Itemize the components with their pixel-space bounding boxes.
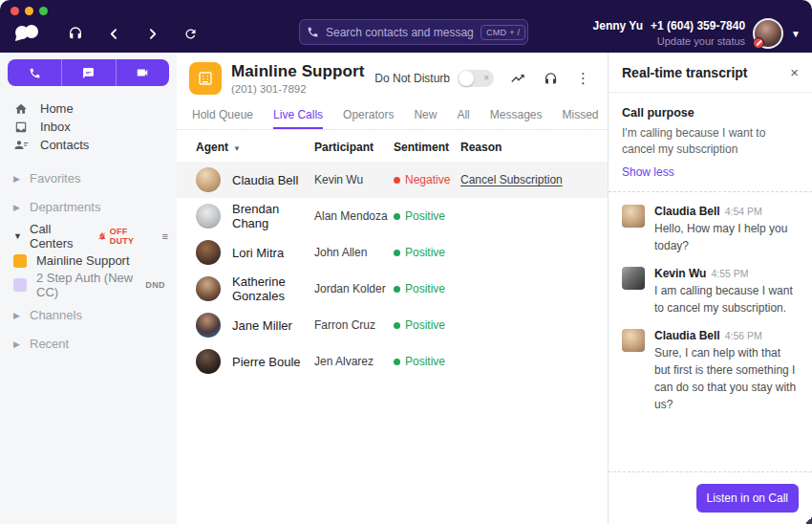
forward-icon[interactable] (143, 25, 160, 42)
speaker-name: Kevin Wu (654, 267, 706, 280)
section-recent[interactable]: ▶ Recent (0, 333, 177, 355)
search-bar[interactable]: CMD + / (299, 19, 528, 45)
listen-in-button[interactable]: Listen in on Call (696, 484, 799, 513)
participant-name: Jen Alvarez (314, 355, 394, 368)
dnd-toggle[interactable]: × (458, 70, 494, 87)
sidebar-call-center-item[interactable]: 2 Step Auth (New CC) DND (0, 274, 177, 295)
tab[interactable]: Missed (563, 108, 599, 129)
tab[interactable]: Messages (490, 108, 543, 129)
avatar (196, 204, 221, 229)
sentiment-badge: Positive (394, 246, 460, 259)
agent-name: Jane Miller (232, 318, 292, 333)
caret-right-icon: ▶ (13, 203, 21, 212)
sidebar-item-inbox[interactable]: Inbox (0, 118, 177, 136)
sidebar: Home Inbox Contacts ▶ Favorites ▶ Depart… (0, 53, 177, 524)
sidebar-call-center-item[interactable]: Mainline Support (0, 251, 177, 271)
resize-grip[interactable] (805, 517, 812, 524)
avatar (622, 329, 645, 352)
minimize-window-button[interactable] (25, 7, 33, 15)
message-time: 4:56 PM (725, 330, 762, 341)
refresh-icon[interactable] (182, 25, 199, 42)
table-row[interactable]: Brendan Chang Alan Mendoza Positive View… (177, 198, 608, 234)
transcript-message: Kevin Wu4:55 PM I am calling because I w… (622, 267, 799, 317)
video-call-button[interactable] (116, 59, 169, 86)
transcript-messages: Claudia Bell4:54 PM Hello, How may I hel… (609, 192, 812, 471)
update-status-link[interactable]: Update your status (593, 34, 746, 48)
table-row[interactable]: Jane Miller Farron Cruz Positive View Ca… (177, 307, 608, 343)
call-button[interactable] (8, 59, 61, 86)
table-row[interactable]: Lori Mitra John Allen Positive View Call (177, 234, 608, 271)
tab[interactable]: All (457, 108, 469, 129)
call-purpose-section: Call purpose I'm calling because I want … (609, 93, 812, 192)
table-row[interactable]: Katherine Gonzales Jordan Kolder Positiv… (177, 271, 608, 307)
transcript-panel: Real-time transcript × Call purpose I'm … (609, 53, 812, 524)
page-title: Mainline Support (231, 62, 364, 81)
column-sentiment: Sentiment (394, 141, 460, 154)
avatar (622, 205, 645, 228)
message-text: Hello, How may I help you today? (654, 220, 799, 254)
avatar (196, 349, 221, 374)
show-less-link[interactable]: Show less (622, 165, 674, 179)
analytics-icon[interactable] (509, 70, 526, 87)
section-favorites[interactable]: ▶ Favorites (0, 167, 177, 189)
sidebar-item-contacts[interactable]: Contacts (0, 136, 177, 154)
sidebar-item-home[interactable]: Home (0, 99, 177, 118)
avatar (196, 313, 221, 338)
message-button[interactable] (61, 59, 115, 86)
user-name: Jenny Yu (593, 19, 643, 33)
sentiment-badge: Positive (394, 318, 460, 332)
tab[interactable]: Live Calls (273, 108, 323, 129)
reason-link[interactable]: Cancel Subscription (460, 173, 563, 186)
sentiment-dot-icon (394, 359, 400, 365)
section-departments[interactable]: ▶ Departments (0, 196, 177, 218)
participant-name: Kevin Wu (314, 173, 394, 186)
table-row[interactable]: Pierre Boule Jen Alvarez Positive View C… (177, 343, 608, 380)
avatar (196, 167, 221, 192)
column-participant: Participant (314, 141, 394, 154)
drag-handle-icon[interactable]: ≡ (162, 230, 167, 242)
speaker-name: Claudia Bell (654, 205, 720, 218)
dnd-status-badge (753, 37, 764, 49)
sentiment-dot-icon (394, 177, 400, 184)
participant-name: Jordan Kolder (314, 282, 394, 295)
chevron-down-icon[interactable]: ▼ (791, 29, 801, 39)
call-center-color-icon (13, 254, 27, 268)
avatar (622, 267, 645, 290)
column-reason: Reason (460, 141, 616, 154)
phone-icon (307, 26, 319, 38)
agent-name: Claudia Bell (232, 173, 298, 187)
message-time: 4:55 PM (711, 268, 748, 279)
tab[interactable]: Operators (343, 108, 394, 129)
avatar (196, 240, 221, 265)
message-text: I am calling because I want to cancel my… (654, 282, 799, 317)
agent-name: Brendan Chang (232, 202, 314, 230)
column-agent[interactable]: Agent▼ (196, 141, 314, 154)
window-controls[interactable] (11, 7, 48, 15)
search-input[interactable] (326, 26, 474, 39)
table-row[interactable]: Claudia Bell Kevin Wu Negative Cancel Su… (177, 162, 608, 198)
tab[interactable]: New (414, 108, 437, 129)
section-call-centers[interactable]: ▼ Call Centers OFF DUTY ≡ (0, 225, 177, 247)
close-window-button[interactable] (11, 7, 19, 15)
contacts-icon (13, 138, 29, 153)
main-panel: Mainline Support (201) 301-7892 Do Not D… (177, 53, 609, 524)
section-channels[interactable]: ▶ Channels (0, 304, 177, 326)
sentiment-dot-icon (394, 250, 400, 256)
sentiment-badge: Positive (394, 282, 460, 295)
bell-off-icon (97, 231, 107, 241)
close-icon[interactable]: × (790, 65, 799, 79)
sentiment-badge: Positive (394, 355, 460, 368)
headset-icon[interactable] (542, 70, 559, 87)
table-header: Agent▼ Participant Sentiment Reason (177, 133, 608, 162)
call-purpose-label: Call purpose (622, 106, 799, 120)
more-options-icon[interactable]: ⋮ (574, 70, 592, 87)
agent-name: Katherine Gonzales (232, 274, 314, 303)
maximize-window-button[interactable] (39, 7, 48, 15)
back-icon[interactable] (105, 25, 122, 42)
dnd-toggle-label: Do Not Disturb (374, 72, 450, 85)
headset-icon[interactable] (67, 25, 84, 42)
participant-name: John Allen (314, 246, 394, 259)
user-menu[interactable]: Jenny Yu+1 (604) 359-7840 Update your st… (593, 19, 801, 48)
tab[interactable]: Hold Queue (192, 108, 253, 129)
user-avatar[interactable] (753, 18, 783, 49)
